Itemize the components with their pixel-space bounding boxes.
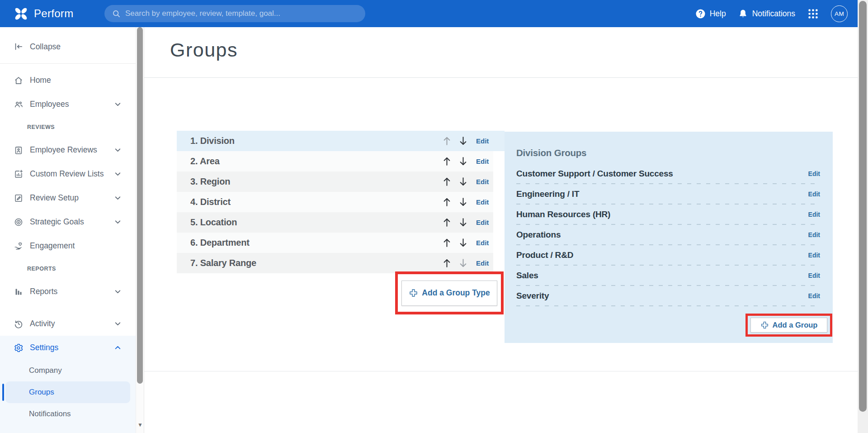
grid-icon[interactable] [807, 8, 819, 20]
sidebar-subitem-company[interactable]: Company [0, 360, 136, 381]
brand[interactable]: Perform [13, 0, 73, 27]
sidebar-item-label: Employees [30, 100, 107, 109]
sidebar-item-employees[interactable]: Employees [0, 92, 136, 116]
move-up-icon[interactable] [441, 237, 453, 248]
edit-group-type-link[interactable]: Edit [476, 219, 489, 226]
move-up-icon[interactable] [441, 257, 453, 269]
sidebar-subitem-notifications[interactable]: Notifications [0, 403, 136, 425]
group-type-label: 6. Department [177, 238, 250, 248]
move-down-icon[interactable] [458, 257, 469, 269]
sidebar-item-custom-review-lists[interactable]: Custom Review Lists [0, 162, 136, 186]
sidebar-item-settings[interactable]: Settings [0, 336, 136, 360]
edit-group-link[interactable]: Edit [808, 170, 820, 177]
move-up-icon[interactable] [441, 156, 453, 167]
sidebar-scrollbar-thumb[interactable] [137, 27, 143, 384]
edit-group-link[interactable]: Edit [808, 211, 820, 218]
review-setup-icon [14, 193, 24, 203]
group-type-row-6-department[interactable]: 6. DepartmentEdit [177, 233, 493, 253]
strategic-goals-icon [14, 217, 24, 227]
group-type-label: 4. District [177, 197, 231, 207]
add-group-type-button[interactable]: Add a Group Type [401, 281, 497, 306]
brand-name: Perform [34, 7, 73, 20]
sidebar-subitem-groups[interactable]: Groups [5, 381, 130, 403]
move-up-icon[interactable] [441, 217, 453, 228]
chevron-down-icon [113, 146, 122, 154]
help-button[interactable]: Help [695, 9, 726, 19]
panel-items: Customer Support / Customer SuccessEditE… [516, 163, 820, 306]
move-down-icon[interactable] [458, 237, 469, 248]
search-input[interactable] [125, 9, 358, 18]
sidebar-subitem-label: Company [29, 366, 62, 375]
topbar-right: Help Notifications AM [695, 0, 848, 27]
sidebar-item-label: Home [30, 76, 122, 85]
sidebar-item-label: Custom Review Lists [30, 169, 107, 179]
group-row-customer-support-customer-success: Customer Support / Customer SuccessEdit [516, 163, 820, 184]
edit-group-type-link[interactable]: Edit [476, 239, 489, 247]
sidebar-item-label: Settings [30, 343, 107, 352]
collapse-button[interactable]: Collapse [0, 36, 136, 57]
edit-group-type-link[interactable]: Edit [476, 178, 489, 186]
move-down-icon[interactable] [458, 217, 469, 228]
add-group-label: Add a Group [773, 321, 818, 329]
edit-group-link[interactable]: Edit [808, 292, 820, 300]
sidebar-item-label: Activity [30, 319, 107, 328]
employees-icon [14, 100, 24, 109]
panel-title: Division Groups [516, 143, 820, 163]
settings-expanded-group: SettingsCompanyGroupsNotifications [0, 336, 136, 433]
window-scrollbar[interactable] [858, 0, 868, 433]
edit-group-link[interactable]: Edit [808, 272, 820, 279]
sidebar-item-label: Reports [30, 287, 107, 296]
add-group-button[interactable]: Add a Group [750, 318, 827, 333]
sidebar-item-reports[interactable]: Reports [0, 280, 136, 304]
main-content: Groups 1. DivisionEdit2. AreaEdit3. Regi… [144, 27, 858, 433]
group-type-row-1-division[interactable]: 1. DivisionEdit [177, 131, 505, 151]
group-type-row-4-district[interactable]: 4. DistrictEdit [177, 192, 493, 212]
scroll-down-arrow-icon[interactable]: ▼ [136, 422, 144, 428]
edit-group-link[interactable]: Edit [808, 190, 820, 198]
edit-group-type-link[interactable]: Edit [476, 259, 489, 267]
move-down-icon[interactable] [458, 135, 469, 147]
sidebar-item-employee-reviews[interactable]: Employee Reviews [0, 138, 136, 162]
group-type-row-2-area[interactable]: 2. AreaEdit [177, 151, 493, 171]
group-type-controls: Edit [441, 151, 489, 171]
group-type-row-3-region[interactable]: 3. RegionEdit [177, 171, 493, 192]
sidebar-scrollbar[interactable]: ▼ [136, 27, 144, 433]
edit-group-type-link[interactable]: Edit [476, 157, 489, 165]
group-type-row-7-salary-range[interactable]: 7. Salary RangeEdit [177, 253, 493, 273]
move-up-icon[interactable] [441, 196, 453, 208]
move-up-icon[interactable] [441, 135, 453, 147]
annotation-box-add-group: Add a Group [745, 314, 832, 337]
sidebar-item-home[interactable]: Home [0, 68, 136, 92]
chevron-down-icon [113, 194, 122, 202]
group-name: Operations [516, 230, 561, 240]
window-scrollbar-thumb[interactable] [859, 1, 867, 412]
move-down-icon[interactable] [458, 176, 469, 187]
avatar[interactable]: AM [831, 5, 848, 22]
chevron-up-icon [113, 343, 122, 352]
edit-group-link[interactable]: Edit [808, 252, 820, 259]
group-name: Product / R&D [516, 250, 573, 260]
group-row-engineering-it: Engineering / ITEdit [516, 184, 820, 204]
plus-outline-icon [409, 288, 418, 298]
move-down-icon[interactable] [458, 156, 469, 167]
sidebar-item-activity[interactable]: Activity [0, 312, 136, 336]
group-type-controls: Edit [441, 233, 489, 253]
sidebar-divider [0, 63, 136, 64]
edit-group-link[interactable]: Edit [808, 231, 820, 238]
sidebar-item-label: Engagement [30, 241, 122, 251]
group-type-row-5-location[interactable]: 5. LocationEdit [177, 212, 493, 233]
group-row-product-r-d: Product / R&DEdit [516, 245, 820, 265]
global-search[interactable] [104, 5, 365, 22]
edit-group-type-link[interactable]: Edit [476, 198, 489, 206]
group-type-controls: Edit [441, 131, 489, 151]
move-down-icon[interactable] [458, 196, 469, 208]
chevron-down-icon [113, 100, 122, 109]
move-up-icon[interactable] [441, 176, 453, 187]
sidebar-item-review-setup[interactable]: Review Setup [0, 186, 136, 210]
sidebar-item-strategic-goals[interactable]: Strategic Goals [0, 210, 136, 234]
sidebar-item-engagement[interactable]: Engagement [0, 234, 136, 258]
group-type-controls: Edit [441, 171, 489, 192]
sidebar-section-label: REVIEWS [0, 116, 136, 138]
notifications-button[interactable]: Notifications [738, 9, 795, 19]
edit-group-type-link[interactable]: Edit [476, 137, 489, 145]
